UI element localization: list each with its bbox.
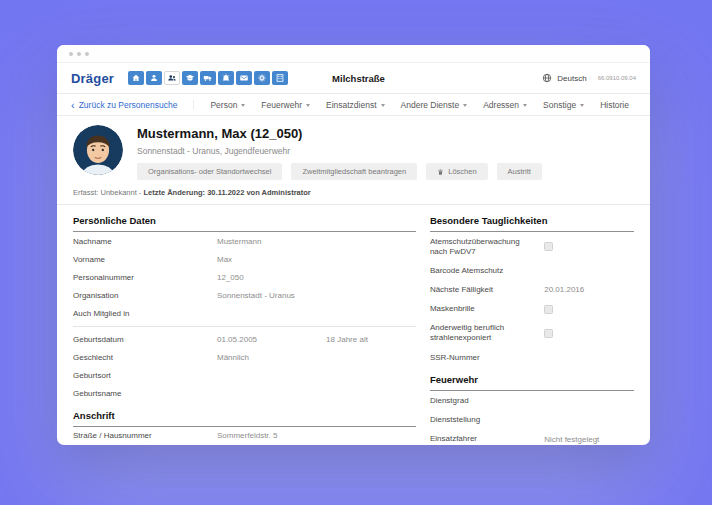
field-row-geschlecht: Geschlecht Männlich: [73, 348, 416, 366]
person-subtitle: Sonnenstadt - Uranus, Jugendfeuerwehr: [137, 146, 542, 156]
chevron-down-icon: [463, 104, 467, 107]
app-header: Dräger: [57, 63, 650, 94]
window-control-dot[interactable]: [69, 52, 73, 56]
back-to-person-search-link[interactable]: ‹ Zurück zu Personensuche: [71, 100, 194, 110]
mail-icon[interactable]: [236, 71, 252, 85]
tab-feuerwehr[interactable]: Feuerwehr: [261, 100, 310, 110]
person-header: Mustermann, Max (12_050) Sonnenstadt - U…: [57, 116, 650, 184]
checkbox-strahlenexponiert[interactable]: [544, 329, 553, 338]
record-meta: Erfasst: Unbekannt - Letzte Änderung: 30…: [57, 184, 650, 205]
field-row-naechste-faelligkeit: Nächste Fälligkeit 20.01.2016: [430, 280, 634, 299]
field-row-strahlenexponiert: Anderweitig beruflich strahlenexponiert: [430, 319, 634, 348]
chevron-left-icon: ‹: [71, 101, 75, 109]
chevron-down-icon: [241, 104, 245, 107]
window-control-dot[interactable]: [77, 52, 81, 56]
row-divider: [73, 326, 416, 327]
field-row-barcode-atemschutz: Barcode Atemschutz: [430, 261, 634, 280]
tab-historie[interactable]: Historie: [600, 100, 629, 110]
checkbox-atemschutzueberwachung[interactable]: [544, 242, 553, 251]
organization-icon[interactable]: [272, 71, 288, 85]
chevron-down-icon: [306, 104, 310, 107]
language-selector[interactable]: Deutsch: [557, 74, 586, 83]
person-name: Mustermann, Max (12_050): [137, 126, 542, 141]
window-control-dot[interactable]: [85, 52, 89, 56]
trash-icon: [437, 168, 444, 176]
section-title-anschrift: Anschrift: [73, 410, 416, 427]
field-row-dienststellung: Dienststellung: [430, 410, 634, 429]
second-membership-button[interactable]: Zweitmitgliedschaft beantragen: [291, 163, 417, 180]
main-content: Persönliche Daten Nachname Mustermann Vo…: [57, 205, 650, 445]
settings-gear-icon[interactable]: [254, 71, 270, 85]
vehicle-icon[interactable]: [200, 71, 216, 85]
field-row-maskenbrille: Maskenbrille: [430, 300, 634, 319]
version-label: 66.0910.09.04: [598, 75, 636, 81]
tab-sonstige[interactable]: Sonstige: [543, 100, 584, 110]
org-transfer-button[interactable]: Organisations- oder Standortwechsel: [137, 163, 282, 180]
chevron-down-icon: [580, 104, 584, 107]
chevron-down-icon: [381, 104, 385, 107]
exit-button[interactable]: Austritt: [497, 163, 542, 180]
field-row-einsatzfahrer: Einsatzfahrer Nicht festgelegt: [430, 430, 634, 446]
home-icon[interactable]: [128, 71, 144, 85]
field-row-geburtsort: Geburtsort: [73, 366, 416, 384]
draeger-logo: Dräger: [71, 71, 114, 86]
field-row-atemschutzueberwachung: Atemschutzüberwachung nach FwDV7: [430, 232, 634, 261]
person-actions: Organisations- oder Standortwechsel Zwei…: [137, 163, 542, 180]
field-row-organisation: Organisation Sonnenstadt - Uranus: [73, 287, 416, 305]
team-icon[interactable]: [164, 71, 180, 85]
right-column: Besondere Tauglichkeiten Atemschutzüberw…: [430, 215, 634, 445]
field-row-dienstgrad: Dienstgrad: [430, 391, 634, 410]
avatar: [73, 125, 123, 175]
chevron-down-icon: [523, 104, 527, 107]
globe-icon: [542, 73, 552, 83]
alarm-icon[interactable]: [218, 71, 234, 85]
header-right: Deutsch 66.0910.09.04: [542, 73, 636, 83]
tab-einsatzdienst[interactable]: Einsatzdienst: [326, 100, 385, 110]
delete-button[interactable]: Löschen: [426, 163, 487, 180]
section-title-feuerwehr: Feuerwehr: [430, 374, 634, 391]
field-row-auch-mitglied-in: Auch Mitglied in: [73, 305, 416, 323]
field-row-ssr-nummer: SSR-Nummer: [430, 348, 634, 367]
section-title-tauglichkeiten: Besondere Tauglichkeiten: [430, 215, 634, 232]
field-row-nachname: Nachname Mustermann: [73, 232, 416, 250]
field-row-vorname: Vorname Max: [73, 250, 416, 268]
person-icon[interactable]: [146, 71, 162, 85]
person-info: Mustermann, Max (12_050) Sonnenstadt - U…: [137, 125, 542, 180]
section-title-personal: Persönliche Daten: [73, 215, 416, 232]
field-row-strasse: Straße / Hausnummer Sommerfeldstr. 5: [73, 427, 416, 445]
age-label: 18 Jahre alt: [326, 335, 416, 344]
field-row-geburtsdatum: Geburtsdatum 01.05.2005 18 Jahre alt: [73, 330, 416, 348]
field-row-personalnummer: Personalnummer 12_050: [73, 268, 416, 286]
field-row-geburtsname: Geburtsname: [73, 385, 416, 403]
tab-andere-dienste[interactable]: Andere Dienste: [401, 100, 468, 110]
window-titlebar: [57, 45, 650, 63]
tab-person[interactable]: Person: [210, 100, 245, 110]
education-icon[interactable]: [182, 71, 198, 85]
main-nav-icon-row: [128, 71, 288, 85]
app-window: Dräger: [57, 45, 650, 445]
checkbox-maskenbrille[interactable]: [544, 305, 553, 314]
page-title: Milchstraße: [332, 73, 385, 84]
tab-adressen[interactable]: Adressen: [483, 100, 527, 110]
tabs: Person Feuerwehr Einsatzdienst Andere Di…: [210, 100, 629, 110]
tab-bar: ‹ Zurück zu Personensuche Person Feuerwe…: [57, 94, 650, 116]
left-column: Persönliche Daten Nachname Mustermann Vo…: [73, 215, 416, 445]
